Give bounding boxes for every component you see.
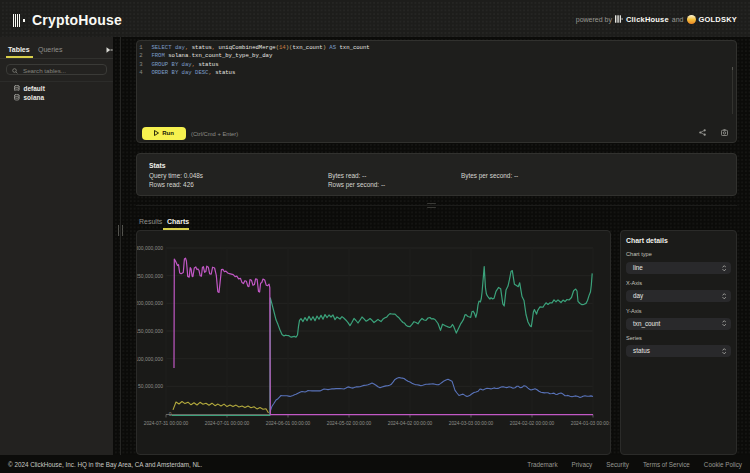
svg-text:0: 0: [169, 411, 172, 417]
svg-text:100,000,000: 100,000,000: [137, 356, 163, 362]
svg-text:200,000,000: 200,000,000: [137, 300, 163, 306]
svg-text:2024-01-03 00:00:00: 2024-01-03 00:00:00: [571, 421, 610, 426]
svg-text:150,000,000: 150,000,000: [137, 328, 163, 334]
svg-text:2024-02-02 00:00:00: 2024-02-02 00:00:00: [510, 421, 555, 426]
svg-text:2024-04-02 00:00:00: 2024-04-02 00:00:00: [388, 421, 433, 426]
svg-text:300,000,000: 300,000,000: [137, 245, 163, 251]
svg-text:2024-05-02 00:00:00: 2024-05-02 00:00:00: [327, 421, 372, 426]
svg-text:2024-07-31 00:00:00: 2024-07-31 00:00:00: [144, 421, 189, 426]
svg-text:50,000,000: 50,000,000: [138, 383, 163, 389]
svg-text:2024-03-03 00:00:00: 2024-03-03 00:00:00: [449, 421, 494, 426]
svg-text:250,000,000: 250,000,000: [137, 273, 163, 279]
svg-text:2024-06-01 00:00:00: 2024-06-01 00:00:00: [266, 421, 311, 426]
svg-text:2024-07-01 00:00:00: 2024-07-01 00:00:00: [205, 421, 250, 426]
